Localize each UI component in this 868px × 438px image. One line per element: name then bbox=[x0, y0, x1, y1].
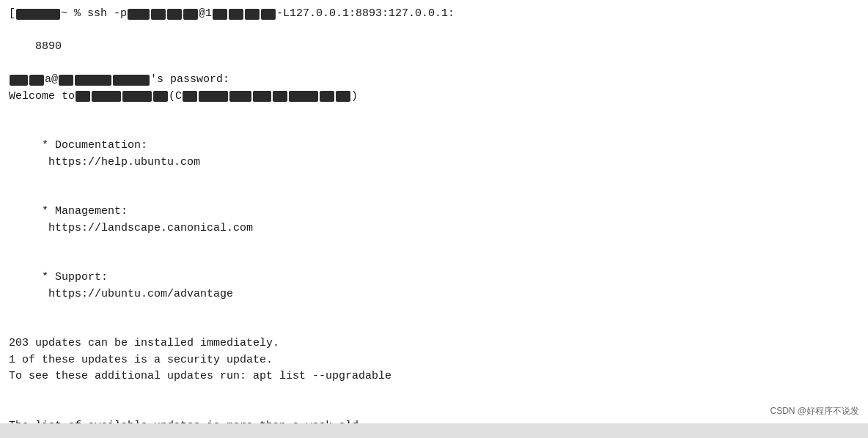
at2: a@ bbox=[45, 72, 58, 89]
paren-open: (C bbox=[169, 89, 182, 105]
redacted-s7 bbox=[261, 9, 276, 20]
redacted-user1 bbox=[16, 9, 60, 20]
redacted-w7 bbox=[229, 91, 251, 102]
redacted-port1 bbox=[128, 9, 150, 20]
terminal-line-updates3: To see these additional updates run: apt… bbox=[9, 368, 859, 385]
terminal-line-support: * Support: https://ubuntu.com/advantage bbox=[9, 253, 859, 319]
terminal-line-ssh-cmd: [ ~ % ssh -p @1 -L127.0.0.1:8893:127.0.0… bbox=[9, 6, 859, 23]
welcome-text: Welcome to bbox=[9, 89, 75, 105]
redacted-s6 bbox=[245, 9, 260, 20]
at1: @1 bbox=[199, 6, 212, 23]
redacted-w8 bbox=[253, 91, 271, 102]
paren-close: ) bbox=[351, 89, 358, 105]
watermark: CSDN @好程序不说发 bbox=[770, 405, 859, 417]
terminal-line-updates2: 1 of these updates is a security update. bbox=[9, 352, 859, 369]
redacted-w12 bbox=[336, 91, 350, 102]
redacted-p5 bbox=[113, 75, 150, 86]
terminal-line-doc: * Documentation: https://help.ubuntu.com bbox=[9, 122, 859, 188]
redacted-w11 bbox=[320, 91, 334, 102]
terminal-line-mgmt: * Management: https://landscape.canonica… bbox=[9, 188, 859, 253]
redacted-s3 bbox=[183, 9, 198, 20]
terminal-window: [ ~ % ssh -p @1 -L127.0.0.1:8893:127.0.0… bbox=[0, 0, 868, 423]
redacted-s1 bbox=[151, 9, 166, 20]
blank-line-3 bbox=[9, 385, 859, 402]
redacted-s5 bbox=[229, 9, 243, 20]
blank-line-2 bbox=[9, 319, 859, 336]
terminal-line-password: a@ 's password: bbox=[9, 72, 859, 89]
redacted-p1 bbox=[10, 75, 28, 86]
password-label: 's password: bbox=[150, 72, 229, 89]
redacted-w2 bbox=[92, 91, 121, 102]
terminal-line-avail1: The list of available updates is more th… bbox=[9, 418, 859, 424]
redacted-w6 bbox=[199, 91, 228, 102]
redacted-w10 bbox=[289, 91, 318, 102]
bracket: [ bbox=[9, 6, 15, 23]
redacted-s4 bbox=[213, 9, 227, 20]
redacted-s2 bbox=[167, 9, 182, 20]
redacted-w9 bbox=[273, 91, 287, 102]
redacted-w4 bbox=[153, 91, 168, 102]
terminal-line-updates1: 203 updates can be installed immediately… bbox=[9, 335, 859, 352]
redacted-p2 bbox=[29, 75, 44, 86]
blank-line-1 bbox=[9, 105, 859, 122]
redacted-w5 bbox=[183, 91, 197, 102]
tilde-percent: ~ % ssh -p bbox=[61, 6, 127, 23]
redacted-w3 bbox=[122, 91, 152, 102]
redacted-w1 bbox=[76, 91, 90, 102]
redacted-p4 bbox=[75, 75, 111, 86]
blank-line-4 bbox=[9, 401, 859, 418]
bottom-bar bbox=[0, 423, 868, 438]
tunnel-flag: -L127.0.0.1:8893:127.0.0.1: bbox=[276, 6, 455, 23]
terminal-line-port: 8890 bbox=[9, 23, 859, 73]
redacted-p3 bbox=[59, 75, 73, 86]
terminal-line-welcome: Welcome to (C ) bbox=[9, 89, 859, 105]
